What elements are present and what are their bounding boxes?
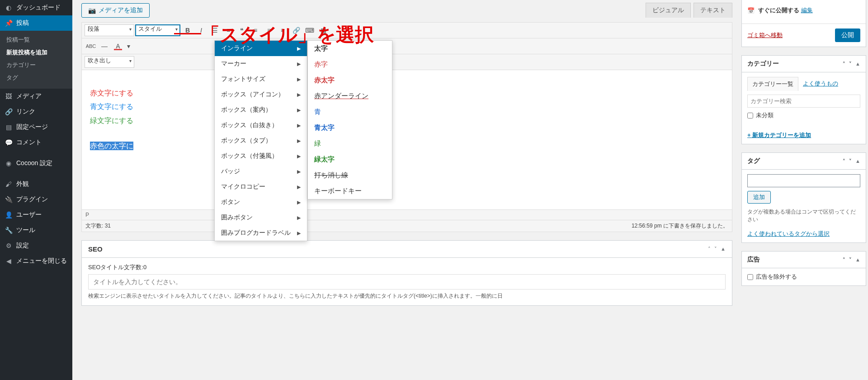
sidebar-subitem-tag[interactable]: タグ [0,71,72,84]
category-uncategorized[interactable]: 未分類 [747,111,860,119]
blockquote-button[interactable]: ❝ [236,24,248,36]
sidebar-subitem-category[interactable]: カテゴリー [0,59,72,71]
category-tab-all[interactable]: カテゴリー一覧 [747,77,798,91]
chevron-down-icon[interactable]: ˅ [849,61,852,67]
chevron-up-icon[interactable]: ˄ [843,158,845,164]
chevron-right-icon: ▶ [297,230,301,236]
bullet-list-button[interactable]: ☰ [208,24,221,36]
align-left-button[interactable]: ≡ [249,24,262,36]
chevron-down-icon[interactable]: ˅ [849,158,852,164]
sidebar-item-users[interactable]: 👤 ユーザー [0,207,72,223]
tag-title: タグ [747,157,760,165]
seo-title-input[interactable] [88,274,726,290]
style-item-inline[interactable]: インライン▶ [215,41,307,56]
style-item-blogcard[interactable]: 囲みブログカードラベル▶ [215,225,307,241]
inline-item-red-bold[interactable]: 赤太字 [308,72,392,88]
align-center-button[interactable]: ≡ [263,24,275,36]
style-item-box-sticky[interactable]: ボックス（付箋風）▶ [215,148,307,164]
style-item-box-guide[interactable]: ボックス（案内）▶ [215,102,307,118]
tag-add-button[interactable]: 追加 [747,191,771,204]
strike-button[interactable]: ABC [85,40,97,52]
tool-icon: 🔧 [5,227,13,234]
style-item-box-icon[interactable]: ボックス（アイコン）▶ [215,87,307,102]
sidebar-item-pages[interactable]: ▤ 固定ページ [0,119,72,135]
sidebar-item-posts[interactable]: 📌 投稿 [0,15,72,31]
chevron-down-icon[interactable]: ˅ [714,246,717,252]
menu-label: ボックス（案内） [221,106,272,114]
toggle-icon[interactable]: ▲ [721,246,726,252]
inline-item-red[interactable]: 赤字 [308,57,392,72]
inline-item-bold[interactable]: 太字 [308,41,392,57]
editor-content[interactable]: 赤文字にする 青文字にする 緑文字にする 赤色の太字に [82,70,732,209]
toggle-icon[interactable]: ▲ [855,257,860,263]
link-button[interactable]: 🔗 [290,24,302,36]
sidebar-item-plugins[interactable]: 🔌 プラグイン [0,192,72,207]
tag-choose-link[interactable]: よく使われているタグから選択 [747,230,830,237]
ad-exclude-checkbox[interactable] [747,274,753,280]
seo-metabox: SEO ˄ ˅ ▲ SEOタイトル文字数:0 検索エンジンに表示させたいタイトル… [81,240,732,306]
toggle-icon[interactable]: ▲ [855,61,860,67]
sidebar-item-tools[interactable]: 🔧 ツール [0,223,72,238]
publish-box: 📅 すぐに公開する 編集 ゴミ箱へ移動 公開 [741,0,866,47]
sidebar-item-cocoon[interactable]: ◉ Cocoon 設定 [0,156,72,171]
menu-label: インライン [221,44,253,52]
hr-button[interactable]: — [98,40,111,52]
keyboard-button[interactable]: ⌨ [303,24,316,36]
text-color-dropdown[interactable]: ▾ [125,40,132,52]
chevron-up-icon[interactable]: ˄ [843,257,845,263]
inline-item-blue[interactable]: 青 [308,104,392,120]
ad-box: 広告 ˄ ˅ ▲ 広告を除外する [741,251,866,286]
category-search-input[interactable] [747,95,860,108]
sidebar-item-media[interactable]: 🖼 メディア [0,89,72,104]
text-color-button[interactable]: A [112,40,124,52]
style-item-round-button[interactable]: 囲みボタン▶ [215,210,307,225]
style-item-font-size[interactable]: フォントサイズ▶ [215,71,307,87]
sidebar-item-settings[interactable]: ⚙ 設定 [0,238,72,253]
publish-edit-link[interactable]: 編集 [801,7,813,14]
inline-item-green-bold[interactable]: 緑太字 [308,152,392,167]
category-tab-often[interactable]: よく使うもの [798,77,843,91]
ad-exclude[interactable]: 広告を除外する [747,273,860,281]
align-right-button[interactable]: ≡ [276,24,289,36]
tab-visual[interactable]: ビジュアル [646,3,691,18]
inline-item-strike[interactable]: 打ち消し線 [308,167,392,183]
chevron-right-icon: ▶ [297,46,301,52]
add-media-button[interactable]: 📷 メディアを追加 [81,3,150,18]
inline-item-kbd[interactable]: キーボードキー [308,183,392,199]
inline-item-green[interactable]: 緑 [308,136,392,152]
sidebar-subitem-new-post[interactable]: 新規投稿を追加 [0,46,72,59]
chevron-down-icon[interactable]: ˅ [849,257,852,263]
ad-exclude-label: 広告を除外する [756,273,797,281]
toggle-icon[interactable]: ▲ [855,158,860,164]
add-category-link[interactable]: + 新規カテゴリーを追加 [747,131,811,139]
style-item-box-tab[interactable]: ボックス（タブ）▶ [215,133,307,148]
chevron-up-icon[interactable]: ˄ [843,61,845,67]
publish-button[interactable]: 公開 [835,28,860,42]
tag-input[interactable] [747,174,860,187]
sidebar-item-links[interactable]: 🔗 リンク [0,104,72,119]
inline-item-red-underline[interactable]: 赤アンダーライン [308,88,392,104]
category-checkbox[interactable] [747,113,753,119]
sidebar-item-comments[interactable]: 💬 コメント [0,135,72,150]
number-list-button[interactable]: ≡ [222,24,235,36]
sidebar-item-appearance[interactable]: 🖌 外観 [0,176,72,192]
bold-button[interactable]: B [181,24,194,36]
sidebar-subitem-post-list[interactable]: 投稿一覧 [0,33,72,46]
format-select[interactable]: 段落 [85,24,134,36]
style-item-button[interactable]: ボタン▶ [215,195,307,210]
speech-select[interactable]: 吹き出し [85,56,134,68]
move-to-trash-link[interactable]: ゴミ箱へ移動 [747,31,783,39]
toolbar-toggle-button[interactable]: ▦ [317,24,330,36]
italic-button[interactable]: I [195,24,208,36]
sidebar-item-dashboard[interactable]: ◐ ダッシュボード [0,0,72,15]
style-select[interactable]: スタイル [135,24,180,36]
style-item-marker[interactable]: マーカー▶ [215,56,307,71]
tab-text[interactable]: テキスト [693,3,732,18]
style-item-badge[interactable]: バッジ▶ [215,164,307,179]
style-item-box-outline[interactable]: ボックス（白抜き）▶ [215,118,307,133]
chevron-up-icon[interactable]: ˄ [708,246,711,252]
style-item-microcopy[interactable]: マイクロコピー▶ [215,179,307,195]
menu-label: 囲みボタン [221,214,253,222]
sidebar-item-collapse[interactable]: ◀ メニューを閉じる [0,253,72,269]
inline-item-blue-bold[interactable]: 青太字 [308,120,392,136]
